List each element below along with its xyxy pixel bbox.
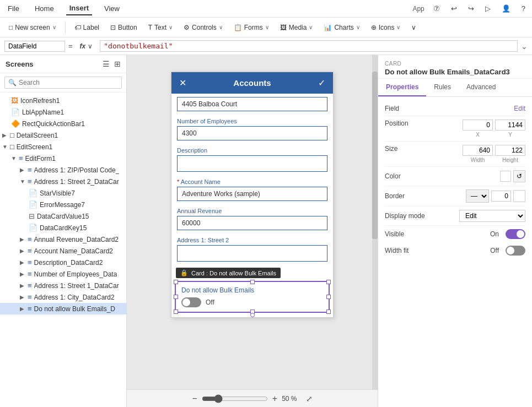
street2-input[interactable] [177, 245, 327, 262]
expand-street1-icon[interactable]: ▶ [20, 283, 25, 289]
expand-annualrev-icon[interactable]: ▶ [20, 236, 25, 242]
border-style-select[interactable]: — [466, 189, 489, 203]
form-close-icon[interactable]: ✕ [179, 78, 186, 88]
handle-mr[interactable] [326, 295, 331, 299]
canvas-vscroll-thumb[interactable] [372, 72, 378, 239]
formula-field-name[interactable] [4, 41, 65, 52]
zoom-slider[interactable] [202, 394, 268, 403]
address-input[interactable] [177, 97, 327, 111]
tree-item-numemployees[interactable]: ▶ ≡ Number of Employees_Data [0, 268, 126, 280]
menu-view[interactable]: View [101, 2, 123, 15]
menu-file[interactable]: File [4, 2, 23, 15]
tab-properties[interactable]: Properties [378, 79, 426, 96]
field-edit-link[interactable]: Edit [514, 105, 525, 112]
form-check-icon[interactable]: ✓ [318, 78, 325, 88]
button-button[interactable]: ⊡ Button [106, 21, 142, 34]
search-input[interactable] [19, 79, 118, 86]
tab-advanced[interactable]: Advanced [459, 79, 503, 96]
expand-editform-icon[interactable]: ▼ [11, 155, 17, 161]
color-edit-button[interactable]: ↺ [513, 170, 525, 182]
list-view-icon[interactable]: ☰ [103, 59, 110, 68]
tree-item-accountname[interactable]: ▶ ≡ Account Name_DataCard2 [0, 245, 126, 257]
handle-br[interactable] [326, 310, 331, 314]
formula-fx-button[interactable]: fx ∨ [76, 41, 97, 52]
share-icon[interactable]: ⑦ [431, 3, 442, 14]
bulk-emails-card[interactable]: 🔒 Card : Do not allow Bulk Emails [175, 281, 330, 313]
tree-item-editscreen[interactable]: ▼ □ EditScreen1 [0, 141, 126, 153]
play-icon[interactable]: ▷ [483, 3, 493, 14]
expand-bulk-icon[interactable]: ▶ [20, 306, 25, 312]
position-y-input[interactable] [495, 120, 525, 131]
handle-tl[interactable] [174, 280, 178, 284]
handle-ml[interactable] [174, 295, 178, 299]
color-swatch[interactable] [500, 171, 511, 182]
tree-item-detailscreen[interactable]: ▶ □ DetailScreen1 [0, 129, 126, 141]
expand-numemp-icon[interactable]: ▶ [20, 271, 25, 277]
new-screen-button[interactable]: □ New screen ∨ [4, 21, 61, 34]
grid-view-icon[interactable]: ⊞ [114, 59, 121, 68]
widthfit-toggle[interactable] [506, 246, 525, 256]
media-button[interactable]: 🖼 Media ∨ [276, 21, 318, 34]
handle-tr[interactable] [326, 280, 331, 284]
charts-button[interactable]: 📊 Charts ∨ [319, 21, 364, 34]
canvas-scroll[interactable]: ✕ Accounts ✓ Number of Employees [127, 55, 378, 389]
tree-item-zipcode[interactable]: ▶ ≡ Address 1: ZIP/Postal Code_ [0, 164, 126, 176]
user-icon[interactable]: 👤 [499, 3, 513, 14]
display-mode-select[interactable]: Edit [459, 210, 525, 222]
more-button[interactable]: ∨ [407, 21, 421, 34]
tree-item-lblappname1[interactable]: 📄 LblAppName1 [0, 106, 126, 118]
menu-home[interactable]: Home [31, 2, 57, 15]
zoom-in-button[interactable]: + [272, 394, 277, 404]
undo-icon[interactable]: ↩ [449, 3, 459, 14]
bulk-toggle[interactable] [181, 297, 201, 307]
tree-item-bulkemail[interactable]: ▶ ≡ Do not allow Bulk Emails_D [0, 303, 126, 314]
forms-button[interactable]: 📋 Forms ∨ [229, 21, 273, 34]
tree-item-starvisible7[interactable]: 📄 StarVisible7 [0, 187, 126, 199]
visible-toggle[interactable] [506, 229, 525, 239]
position-x-input[interactable] [463, 120, 493, 131]
num-employees-input[interactable] [177, 126, 327, 140]
expand-city-icon[interactable]: ▶ [20, 294, 25, 300]
zoom-out-button[interactable]: − [192, 394, 197, 404]
tree-item-city[interactable]: ▶ ≡ Address 1: City_DataCard2 [0, 291, 126, 303]
tree-item-datacardkey15[interactable]: 📄 DataCardKey15 [0, 222, 126, 234]
redo-icon[interactable]: ↪ [466, 3, 476, 14]
expand-zip-icon[interactable]: ▶ [20, 167, 25, 173]
menu-insert[interactable]: Insert [66, 2, 92, 15]
size-width-input[interactable] [463, 145, 493, 156]
form-card[interactable]: ✕ Accounts ✓ Number of Employees [171, 72, 334, 318]
expand-street2-icon[interactable]: ▼ [20, 178, 25, 184]
tree-item-datacardval15[interactable]: ⊟ DataCardValue15 [0, 210, 126, 222]
size-height-input[interactable] [495, 145, 525, 156]
tree-item-editform1[interactable]: ▼ ≡ EditForm1 [0, 153, 126, 164]
expand-detail-icon[interactable]: ▶ [2, 132, 8, 138]
formula-expand-icon[interactable]: ⌄ [521, 42, 528, 51]
tree-item-iconrefresh1[interactable]: 🖼 IconRefresh1 [0, 95, 126, 106]
tree-item-description[interactable]: ▶ ≡ Description_DataCard2 [0, 257, 126, 268]
help-icon[interactable]: ? [519, 3, 528, 14]
label-button[interactable]: 🏷 Label [70, 21, 104, 34]
handle-bl[interactable] [174, 310, 178, 314]
tree-item-errormsg7[interactable]: 📄 ErrorMessage7 [0, 199, 126, 210]
tree-item-street2[interactable]: ▼ ≡ Address 1: Street 2_DataCar [0, 176, 126, 187]
expand-desc-icon[interactable]: ▶ [20, 259, 25, 265]
tree-item-rectquick[interactable]: 🔶 RectQuickActionBar1 [0, 118, 126, 129]
canvas-vscroll[interactable] [372, 55, 378, 389]
expand-edit-icon[interactable]: ▼ [2, 144, 8, 150]
border-width-input[interactable] [491, 191, 511, 202]
account-name-input[interactable] [177, 187, 327, 201]
controls-button[interactable]: ⚙ Controls ∨ [179, 21, 227, 34]
handle-circle[interactable] [250, 313, 255, 317]
tab-rules[interactable]: Rules [426, 79, 459, 96]
zoom-fit-button[interactable]: ⤢ [306, 394, 313, 403]
description-input[interactable] [177, 155, 327, 172]
tree-item-street1[interactable]: ▶ ≡ Address 1: Street 1_DataCar [0, 280, 126, 291]
tree-item-annualrev[interactable]: ▶ ≡ Annual Revenue_DataCard2 [0, 234, 126, 245]
formula-value-input[interactable] [100, 40, 518, 52]
expand-acct-icon[interactable]: ▶ [20, 248, 25, 254]
text-button[interactable]: T Text ∨ [144, 21, 177, 34]
icons-button[interactable]: ⊕ Icons ∨ [367, 21, 405, 34]
handle-tm[interactable] [250, 280, 255, 284]
border-color-swatch[interactable] [513, 190, 525, 202]
annual-revenue-input[interactable] [177, 216, 327, 230]
